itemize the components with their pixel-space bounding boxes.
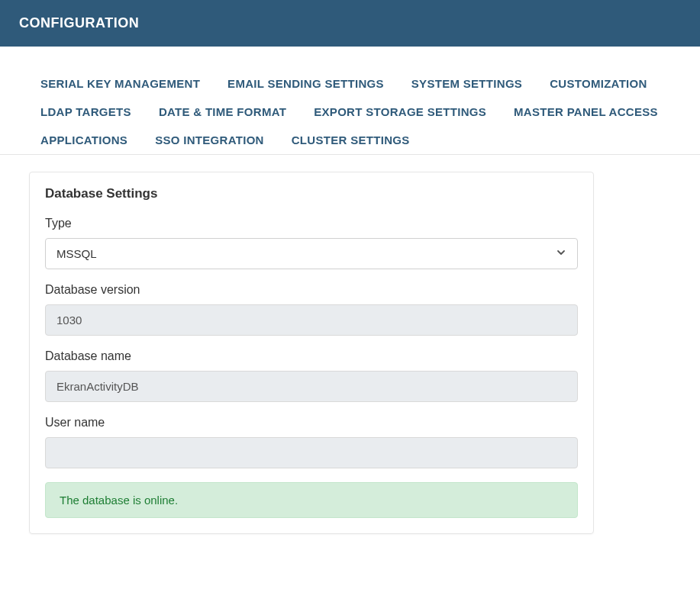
type-label: Type (45, 217, 578, 230)
tab-customization[interactable]: CUSTOMIZATION (536, 69, 661, 98)
version-field (45, 304, 578, 336)
tab-email-sending-settings[interactable]: EMAIL SENDING SETTINGS (214, 69, 398, 98)
name-field (45, 371, 578, 402)
database-settings-card: Database Settings Type MSSQL Database ve… (29, 172, 594, 534)
tab-cluster-settings[interactable]: CLUSTER SETTINGS (278, 126, 424, 154)
card-title: Database Settings (45, 186, 578, 201)
type-group: Type MSSQL (45, 217, 578, 269)
tab-ldap-targets[interactable]: LDAP TARGETS (27, 98, 145, 126)
page-header: CONFIGURATION (0, 0, 700, 47)
status-message: The database is online. (60, 494, 178, 507)
tab-sso-integration[interactable]: SSO INTEGRATION (141, 126, 278, 154)
tabs-nav: SERIAL KEY MANAGEMENT EMAIL SENDING SETT… (0, 47, 700, 155)
tab-date-time-format[interactable]: DATE & TIME FORMAT (145, 98, 300, 126)
tab-system-settings[interactable]: SYSTEM SETTINGS (398, 69, 536, 98)
tab-serial-key-management[interactable]: SERIAL KEY MANAGEMENT (27, 69, 214, 98)
user-label: User name (45, 416, 578, 430)
tab-master-panel-access[interactable]: MASTER PANEL ACCESS (500, 98, 672, 126)
type-select[interactable]: MSSQL (45, 238, 578, 269)
user-field (45, 437, 578, 468)
version-label: Database version (45, 283, 578, 297)
page-title: CONFIGURATION (19, 15, 139, 31)
status-alert: The database is online. (45, 482, 578, 518)
user-group: User name (45, 416, 578, 468)
tab-applications[interactable]: APPLICATIONS (27, 126, 141, 154)
name-group: Database name (45, 349, 578, 402)
tab-export-storage-settings[interactable]: EXPORT STORAGE SETTINGS (300, 98, 500, 126)
version-group: Database version (45, 283, 578, 336)
name-label: Database name (45, 349, 578, 363)
